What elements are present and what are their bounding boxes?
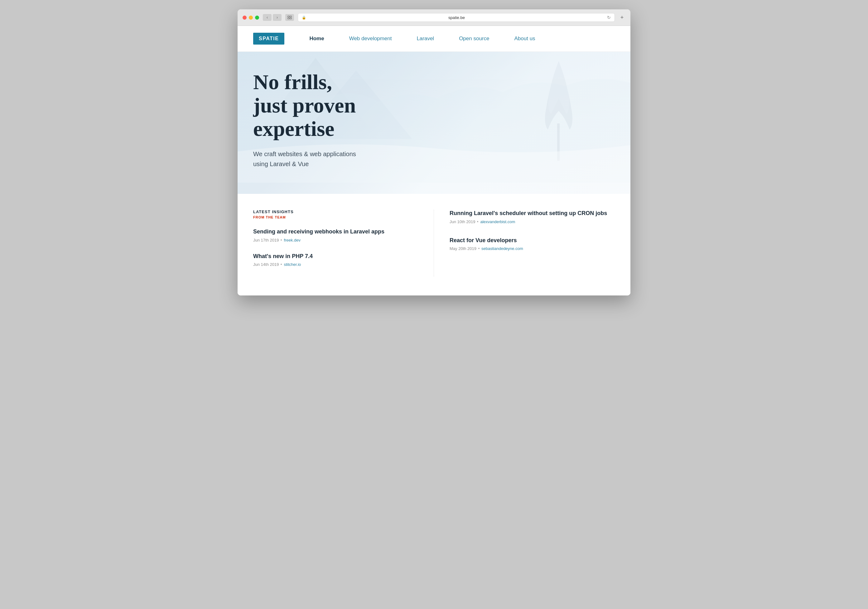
insights-section: LATEST INSIGHTS FROM THE TEAM Sending an… bbox=[237, 194, 631, 295]
tab-overview-button[interactable] bbox=[285, 14, 294, 21]
new-tab-button[interactable]: + bbox=[618, 14, 625, 21]
svg-rect-1 bbox=[290, 16, 291, 17]
list-item: Running Laravel's scheduler without sett… bbox=[450, 209, 615, 224]
team-label: FROM THE TEAM bbox=[253, 215, 421, 219]
nav-link-home[interactable]: Home bbox=[297, 36, 336, 42]
site-navigation: SPATIE Home Web development Laravel Open… bbox=[237, 26, 631, 52]
insights-layout: LATEST INSIGHTS FROM THE TEAM Sending an… bbox=[253, 209, 615, 276]
svg-rect-0 bbox=[288, 16, 289, 17]
insight-meta-3: Jun 10th 2019 alexvanderbist.com bbox=[450, 219, 615, 224]
insight-title-4[interactable]: React for Vue developers bbox=[450, 237, 615, 244]
insight-meta-1: Jun 17th 2019 freek.dev bbox=[253, 238, 421, 242]
website-content: SPATIE Home Web development Laravel Open… bbox=[237, 26, 631, 296]
insight-source-1[interactable]: freek.dev bbox=[284, 238, 300, 242]
nav-link-laravel[interactable]: Laravel bbox=[404, 36, 446, 42]
insights-right: Running Laravel's scheduler without sett… bbox=[434, 209, 615, 276]
forward-button[interactable]: › bbox=[273, 14, 282, 21]
url-text: spatie.be bbox=[308, 15, 605, 20]
dot-separator bbox=[281, 263, 282, 265]
site-logo[interactable]: SPATIE bbox=[253, 33, 284, 45]
list-item: What's new in PHP 7.4 Jun 14th 2019 stit… bbox=[253, 253, 421, 267]
address-bar[interactable]: 🔒 spatie.be ↻ bbox=[298, 13, 615, 22]
minimize-button[interactable] bbox=[249, 15, 253, 20]
back-button[interactable]: ‹ bbox=[263, 14, 271, 21]
hero-section: No frills, just proven expertise We craf… bbox=[237, 52, 631, 194]
svg-rect-3 bbox=[290, 18, 291, 19]
browser-window: ‹ › 🔒 spatie.be ↻ + SPATIE Home Web deve… bbox=[237, 9, 631, 296]
hero-content: No frills, just proven expertise We craf… bbox=[237, 52, 456, 194]
insight-meta-2: Jun 14th 2019 stitcher.io bbox=[253, 262, 421, 267]
close-button[interactable] bbox=[243, 15, 246, 20]
traffic-lights bbox=[243, 15, 259, 20]
insight-date-2: Jun 14th 2019 bbox=[253, 262, 279, 267]
dot-separator bbox=[478, 248, 479, 249]
insight-date-4: May 20th 2019 bbox=[450, 246, 476, 251]
insight-title-1[interactable]: Sending and receiving webhooks in Larave… bbox=[253, 228, 421, 236]
hero-subtitle: We craft websites & web applications usi… bbox=[253, 149, 440, 169]
insights-left: LATEST INSIGHTS FROM THE TEAM Sending an… bbox=[253, 209, 434, 276]
reload-button[interactable]: ↻ bbox=[607, 15, 611, 20]
insight-title-2[interactable]: What's new in PHP 7.4 bbox=[253, 253, 421, 260]
insight-title-3[interactable]: Running Laravel's scheduler without sett… bbox=[450, 209, 615, 217]
insight-source-3[interactable]: alexvanderbist.com bbox=[480, 219, 515, 224]
lock-icon: 🔒 bbox=[302, 15, 306, 20]
nav-buttons: ‹ › bbox=[263, 14, 282, 21]
svg-rect-2 bbox=[288, 18, 289, 19]
list-item: React for Vue developers May 20th 2019 s… bbox=[450, 237, 615, 251]
insight-source-4[interactable]: sebastiandedeyne.com bbox=[481, 246, 523, 251]
browser-chrome: ‹ › 🔒 spatie.be ↻ + bbox=[237, 9, 631, 26]
nav-links: Home Web development Laravel Open source… bbox=[297, 36, 615, 42]
nav-link-about-us[interactable]: About us bbox=[502, 36, 547, 42]
hero-title: No frills, just proven expertise bbox=[253, 70, 440, 140]
insight-meta-4: May 20th 2019 sebastiandedeyne.com bbox=[450, 246, 615, 251]
maximize-button[interactable] bbox=[255, 15, 259, 20]
insight-source-2[interactable]: stitcher.io bbox=[284, 262, 301, 267]
nav-link-open-source[interactable]: Open source bbox=[446, 36, 502, 42]
list-item: Sending and receiving webhooks in Larave… bbox=[253, 228, 421, 242]
dot-separator bbox=[477, 221, 478, 222]
dot-separator bbox=[281, 239, 282, 240]
insight-date-1: Jun 17th 2019 bbox=[253, 238, 279, 242]
section-label: LATEST INSIGHTS bbox=[253, 209, 421, 214]
nav-link-web-development[interactable]: Web development bbox=[337, 36, 405, 42]
insight-date-3: Jun 10th 2019 bbox=[450, 219, 475, 224]
